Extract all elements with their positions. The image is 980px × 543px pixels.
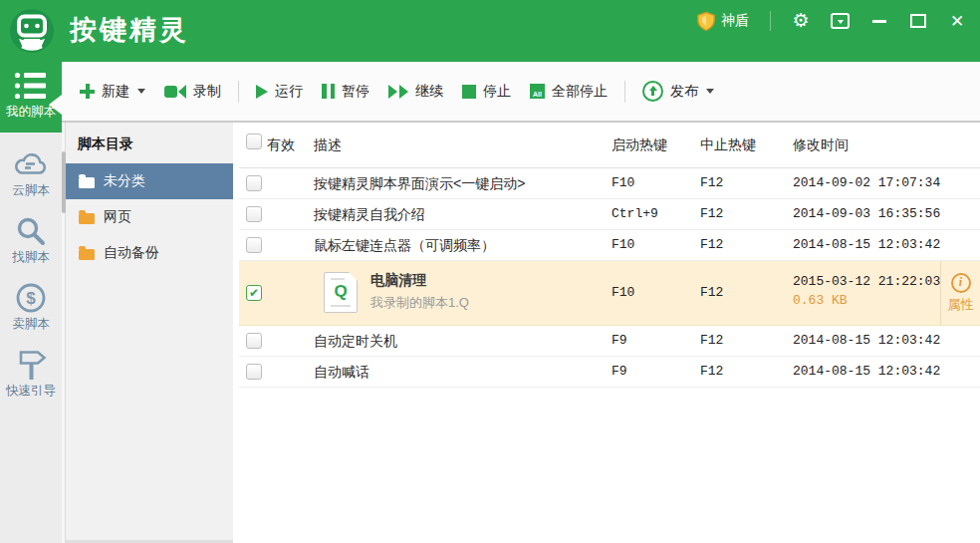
script-description: 自动定时关机 [314, 326, 397, 356]
nav-sidebar: 我的脚本 云脚本 找脚本 $ 卖脚本 [0, 62, 62, 543]
search-icon [15, 213, 47, 249]
shield-label: 神盾 [721, 12, 749, 30]
header-separator [770, 11, 771, 31]
sidebar-item-label: 云脚本 [12, 182, 50, 199]
toolbar-separator [238, 81, 239, 103]
stop-all-button[interactable]: All 全部停止 [528, 79, 610, 105]
signpost-icon [14, 347, 48, 383]
start-hotkey: F9 [612, 357, 627, 387]
publish-icon [642, 81, 663, 102]
folder-icon [79, 177, 95, 188]
row-checkbox[interactable] [246, 364, 262, 380]
table-row[interactable]: 鼠标左键连点器（可调频率） F10 F12 2014-08-15 12:03:4… [239, 230, 980, 261]
sidebar-item-label: 找脚本 [12, 249, 50, 266]
folder-label: 未分类 [104, 172, 145, 190]
start-hotkey: Ctrl+9 [612, 199, 658, 229]
sidebar-item-label: 快速引导 [6, 383, 56, 400]
row-checkbox[interactable] [246, 237, 262, 253]
folder-item-autobackup[interactable]: 自动备份 [66, 235, 233, 271]
script-description: 鼠标左键连点器（可调频率） [314, 230, 495, 260]
new-script-button[interactable]: 新建 [78, 79, 147, 105]
close-button[interactable]: ✕ [948, 10, 966, 32]
folder-icon [79, 213, 95, 224]
script-directory-panel: 脚本目录 未分类 网页 自动备份 [66, 123, 233, 543]
settings-gear-icon[interactable]: ⚙ [792, 10, 810, 32]
folder-item-web[interactable]: 网页 [66, 199, 233, 235]
check-icon: ✔ [249, 286, 259, 300]
maximize-button[interactable] [909, 10, 927, 32]
fast-forward-icon [388, 85, 408, 99]
properties-button[interactable]: i 属性 [940, 261, 980, 325]
start-hotkey: F10 [612, 168, 634, 198]
sidebar-item-sell-scripts[interactable]: $ 卖脚本 [0, 280, 62, 333]
toolbar-separator [624, 81, 625, 103]
q-file-badge: Q [325, 282, 357, 302]
modified-time: 2015-03-12 21:22:03 [793, 274, 940, 289]
row-checkbox[interactable] [246, 175, 262, 191]
start-hotkey: F10 [612, 284, 634, 302]
toolbar: 新建 录制 运行 暂停 继续 停止 All 全部停止 发布 [62, 62, 980, 123]
abort-hotkey: F12 [700, 326, 723, 356]
run-button[interactable]: 运行 [254, 79, 305, 105]
script-description: 按键精灵自我介绍 [314, 199, 425, 229]
stop-button[interactable]: 停止 [460, 79, 513, 105]
minimize-button[interactable] [870, 10, 888, 32]
app-title: 按键精灵 [70, 0, 189, 62]
shield-badge-button[interactable]: 神盾 [697, 11, 749, 32]
sidebar-item-label: 我的脚本 [6, 104, 56, 121]
cloud-icon [13, 146, 49, 182]
modified-time: 2014-08-15 12:03:42 [793, 326, 940, 356]
folder-item-uncategorized[interactable]: 未分类 [66, 163, 233, 199]
dollar-icon: $ [14, 280, 48, 316]
table-row[interactable]: 按键精灵自我介绍 Ctrl+9 F12 2014-09-03 16:35:56 [239, 199, 980, 230]
folder-label: 网页 [104, 208, 131, 226]
table-header: 有效 描述 启动热键 中止热键 修改时间 [239, 123, 980, 168]
window-menu-icon[interactable] [831, 10, 850, 32]
app-logo-robot-icon [9, 8, 55, 54]
script-list-icon [13, 68, 49, 104]
publish-button[interactable]: 发布 [640, 77, 716, 106]
play-icon [256, 85, 268, 99]
modified-time: 2014-08-15 12:03:42 [793, 357, 940, 387]
row-checkbox[interactable] [246, 333, 262, 349]
start-hotkey: F9 [612, 326, 627, 356]
info-icon: i [951, 273, 971, 293]
directory-title: 脚本目录 [66, 123, 233, 163]
svg-text:$: $ [26, 289, 36, 308]
script-description: 电脑清理 [370, 272, 469, 290]
column-header-start-hotkey: 启动热键 [612, 123, 667, 167]
table-row[interactable]: 按键精灵脚本界面演示<一键启动> F10 F12 2014-09-02 17:0… [239, 168, 980, 199]
abort-hotkey: F12 [700, 199, 723, 229]
folder-label: 自动备份 [104, 244, 159, 262]
shield-icon [697, 11, 715, 32]
pause-button[interactable]: 暂停 [320, 79, 371, 105]
table-row-selected[interactable]: ✔ Q 电脑清理 我录制的脚本1.Q F10 F12 2015-03-12 21… [239, 261, 980, 326]
modified-time: 2014-09-03 16:35:56 [793, 199, 940, 229]
sidebar-item-cloud-scripts[interactable]: 云脚本 [0, 146, 62, 199]
table-row[interactable]: 自动定时关机 F9 F12 2014-08-15 12:03:42 [239, 326, 980, 357]
abort-hotkey: F12 [700, 284, 723, 302]
row-checkbox[interactable] [246, 206, 262, 222]
record-button[interactable]: 录制 [162, 79, 223, 105]
chevron-down-icon [706, 89, 714, 94]
script-filename: 我录制的脚本1.Q [370, 294, 469, 312]
camera-icon [164, 85, 186, 99]
sidebar-item-my-scripts[interactable]: 我的脚本 [0, 62, 62, 133]
properties-label: 属性 [948, 296, 974, 314]
folder-icon [79, 249, 95, 260]
table-row[interactable]: 自动喊话 F9 F12 2014-08-15 12:03:42 [239, 357, 980, 388]
column-header-description: 描述 [314, 123, 342, 167]
script-table: 有效 描述 启动热键 中止热键 修改时间 按键精灵脚本界面演示<一键启动> F1… [239, 123, 980, 543]
column-header-abort-hotkey: 中止热键 [700, 123, 756, 167]
select-all-checkbox[interactable] [246, 134, 262, 149]
pause-icon [322, 84, 335, 99]
column-header-modified: 修改时间 [793, 123, 849, 167]
sidebar-item-quick-guide[interactable]: 快速引导 [0, 347, 62, 400]
script-description: 自动喊话 [314, 357, 369, 387]
column-header-valid: 有效 [267, 123, 295, 167]
script-file-icon: Q [324, 272, 358, 313]
sidebar-item-find-scripts[interactable]: 找脚本 [0, 213, 62, 266]
continue-button[interactable]: 继续 [386, 79, 445, 105]
plus-icon [80, 84, 95, 99]
row-checkbox-checked[interactable]: ✔ [246, 285, 262, 301]
